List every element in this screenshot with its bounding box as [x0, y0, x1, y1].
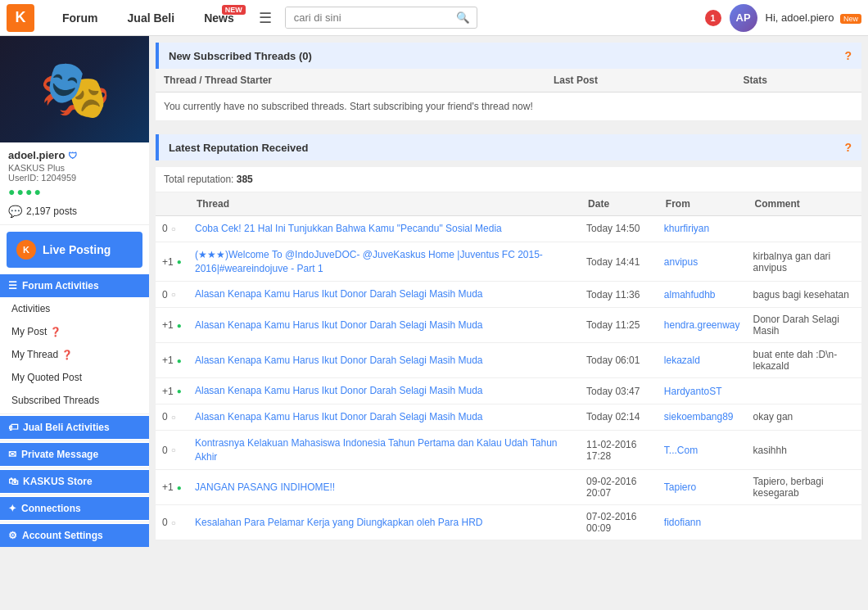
- sidebar-section-kaskus-store[interactable]: 🛍 KASKUS Store: [0, 470, 149, 493]
- sidebar-item-my-quoted-post[interactable]: My Quoted Post: [0, 366, 149, 389]
- nav-jualbeli[interactable]: Jual Beli: [113, 0, 190, 36]
- sidebar-section-account-settings[interactable]: ⚙ Account Settings: [0, 524, 149, 547]
- sidebar-item-my-post[interactable]: My Post ❓: [0, 320, 149, 343]
- search-input[interactable]: [286, 7, 450, 28]
- star-4: ●: [34, 185, 40, 198]
- search-button[interactable]: 🔍: [450, 7, 477, 28]
- rep-comment-cell: kasihhh: [747, 430, 861, 470]
- divider-1: [0, 413, 149, 414]
- logo[interactable]: K: [7, 4, 34, 32]
- subscribed-section-header: New Subscribed Threads (0) ?: [156, 43, 861, 69]
- sidebar-item-activities[interactable]: Activities: [0, 297, 149, 320]
- subscribed-col-thread: Thread / Thread Starter: [156, 69, 545, 93]
- from-link[interactable]: hendra.greenway: [664, 319, 740, 331]
- thread-link[interactable]: Kesalahan Para Pelamar Kerja yang Diungk…: [195, 517, 483, 528]
- divider-2: [0, 441, 149, 441]
- rep-from-cell: siekoembang89: [658, 404, 747, 430]
- sidebar-section-jualbeli[interactable]: 🏷 Jual Beli Activities: [0, 416, 149, 439]
- rep-dot: ○: [171, 445, 176, 454]
- from-link[interactable]: siekoembang89: [664, 411, 734, 422]
- sidebar-item-subscribed-threads[interactable]: Subscribed Threads: [0, 389, 149, 412]
- from-link[interactable]: fidofiann: [664, 517, 701, 528]
- reputation-help-icon[interactable]: ?: [844, 141, 852, 154]
- thread-link[interactable]: Alasan Kenapa Kamu Harus Ikut Donor Dara…: [195, 411, 483, 422]
- sidebar-section-connections[interactable]: ✦ Connections: [0, 497, 149, 520]
- nav-news[interactable]: News NEW: [189, 0, 249, 36]
- rep-date-cell: 11-02-2016 17:28: [580, 430, 658, 470]
- from-link[interactable]: anvipus: [664, 256, 698, 268]
- rep-dot: ●: [177, 386, 182, 395]
- table-row: +1 ● Alasan Kenapa Kamu Harus Ikut Donor…: [156, 308, 861, 343]
- from-link[interactable]: T...Com: [664, 445, 698, 456]
- from-link[interactable]: almahfudhb: [664, 289, 716, 300]
- table-row: 0 ○ Alasan Kenapa Kamu Harus Ikut Donor …: [156, 282, 861, 308]
- reputation-value: 385: [237, 174, 253, 185]
- thread-link[interactable]: Alasan Kenapa Kamu Harus Ikut Donor Dara…: [195, 319, 483, 331]
- hamburger-menu[interactable]: ☰: [249, 0, 282, 36]
- rep-thread-cell: Alasan Kenapa Kamu Harus Ikut Donor Dara…: [188, 308, 580, 343]
- thread-link[interactable]: JANGAN PASANG INDIHOME!!: [195, 481, 335, 493]
- rep-date-cell: Today 02:14: [580, 404, 658, 430]
- rep-from-cell: HardyantoST: [658, 378, 747, 404]
- rep-col-comment: Comment: [747, 192, 861, 216]
- rep-comment-cell: [747, 505, 861, 540]
- rep-thread-cell: Alasan Kenapa Kamu Harus Ikut Donor Dara…: [188, 343, 580, 378]
- sidebar-item-my-thread[interactable]: My Thread ❓: [0, 343, 149, 366]
- rep-date-cell: Today 14:50: [580, 216, 658, 242]
- sidebar: 🎭 adoel.piero 🛡 KASKUS Plus UserID: 1204…: [0, 36, 149, 547]
- rep-from-cell: fidofiann: [658, 505, 747, 540]
- from-link[interactable]: lekazald: [664, 355, 700, 366]
- thread-link[interactable]: Alasan Kenapa Kamu Harus Ikut Donor Dara…: [195, 355, 483, 366]
- rep-thread-cell: Kontrasnya Kelakuan Mahasiswa Indonesia …: [188, 430, 580, 470]
- star-2: ●: [16, 185, 23, 198]
- reputation-title: Latest Reputation Received: [169, 142, 309, 154]
- thread-link[interactable]: (★★★)Welcome To @IndoJuveDOC- @JuveKasku…: [195, 249, 543, 274]
- divider-3: [0, 468, 149, 468]
- help-icon-thread: ❓: [61, 350, 73, 360]
- from-link[interactable]: Tapiero: [664, 481, 696, 493]
- rep-score-cell: 0 ○: [156, 404, 188, 430]
- rep-from-cell: almahfudhb: [658, 282, 747, 308]
- rep-dot: ○: [171, 518, 176, 527]
- nav-forum[interactable]: Forum: [47, 0, 113, 36]
- table-row: +1 ● JANGAN PASANG INDIHOME!! 09-02-2016…: [156, 470, 861, 505]
- rep-date-cell: Today 11:36: [580, 282, 658, 308]
- thread-link[interactable]: Coba Cek! 21 Hal Ini Tunjukkan Bahwa Kam…: [195, 223, 502, 234]
- avatar-image: 🎭: [39, 56, 111, 123]
- rep-from-cell: khurfiriyan: [658, 216, 747, 242]
- user-greeting[interactable]: Hi, adoel.piero New: [766, 11, 861, 24]
- shield-icon: 🛡: [68, 151, 77, 160]
- rep-score-cell: 0 ○: [156, 430, 188, 470]
- rep-col-from: From: [658, 192, 747, 216]
- thread-link[interactable]: Alasan Kenapa Kamu Harus Ikut Donor Dara…: [195, 385, 483, 396]
- sidebar-section-forum-activities[interactable]: ☰ Forum Activities: [0, 274, 149, 297]
- sidebar-section-private-message[interactable]: ✉ Private Message: [0, 443, 149, 466]
- rep-comment-cell: [747, 216, 861, 242]
- table-row: +1 ● (★★★)Welcome To @IndoJuveDOC- @Juve…: [156, 242, 861, 282]
- rep-thread-cell: Alasan Kenapa Kamu Harus Ikut Donor Dara…: [188, 282, 580, 308]
- rep-comment-cell: Donor Darah Selagi Masih: [747, 308, 861, 343]
- rep-thread-cell: Alasan Kenapa Kamu Harus Ikut Donor Dara…: [188, 378, 580, 404]
- star-3: ●: [25, 185, 32, 198]
- rep-score-cell: +1 ●: [156, 470, 188, 505]
- subscribed-help-icon[interactable]: ?: [844, 49, 852, 62]
- rep-dot: ●: [177, 483, 182, 492]
- from-link[interactable]: HardyantoST: [664, 386, 722, 397]
- rep-date-cell: Today 06:01: [580, 343, 658, 378]
- rep-dot: ●: [177, 321, 182, 330]
- divider-4: [0, 495, 149, 495]
- rep-dot: ●: [177, 257, 182, 266]
- thread-link[interactable]: Kontrasnya Kelakuan Mahasiswa Indonesia …: [195, 437, 558, 463]
- rep-comment-cell: bagus bagi kesehatan: [747, 282, 861, 308]
- rep-score-cell: +1 ●: [156, 378, 188, 404]
- table-row: 0 ○ Coba Cek! 21 Hal Ini Tunjukkan Bahwa…: [156, 216, 861, 242]
- from-link[interactable]: khurfiriyan: [664, 223, 709, 234]
- rep-score-cell: +1 ●: [156, 308, 188, 343]
- notification-badge[interactable]: 1: [705, 10, 721, 26]
- thread-link[interactable]: Alasan Kenapa Kamu Harus Ikut Donor Dara…: [195, 288, 483, 300]
- divider-5: [0, 522, 149, 522]
- rep-col-thread: Thread: [188, 192, 580, 216]
- rep-thread-cell: Coba Cek! 21 Hal Ini Tunjukkan Bahwa Kam…: [188, 216, 580, 242]
- rep-from-cell: Tapiero: [658, 470, 747, 505]
- live-posting-button[interactable]: K Live Posting: [7, 232, 142, 268]
